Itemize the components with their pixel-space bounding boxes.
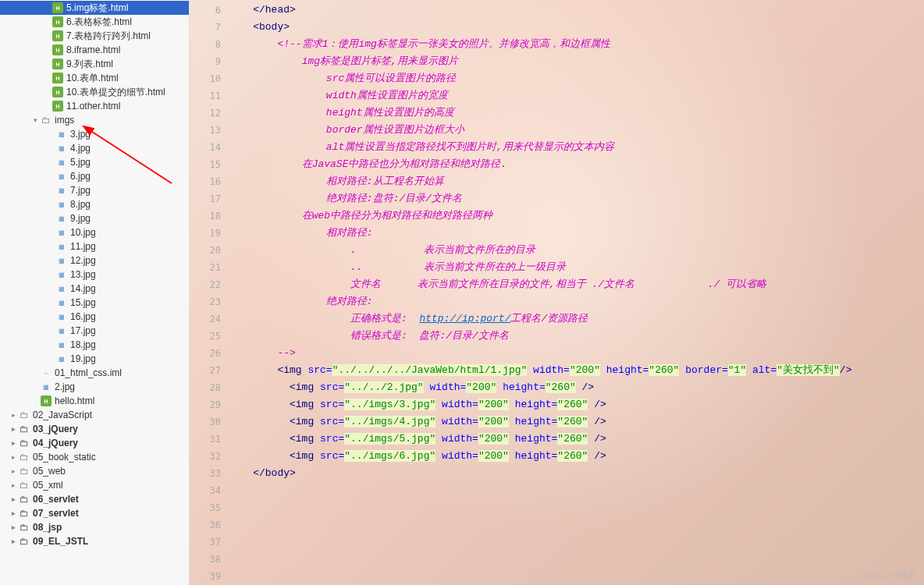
tree-file-item[interactable]: ▦7.jpg	[0, 183, 189, 197]
html-file-icon: H	[52, 2, 63, 13]
tree-file-item[interactable]: H10.表单提交的细节.html	[0, 85, 189, 99]
tree-item-label: 05_book_static	[33, 452, 96, 463]
tree-item-label: 06_servlet	[33, 494, 79, 505]
tree-folder-item[interactable]: ▸🗀05_book_static	[0, 450, 189, 464]
tree-folder-item[interactable]: ▸🗀03_jQuery	[0, 422, 189, 436]
code-line: <img src="../../2.jpg" width="200" heigh…	[229, 379, 924, 396]
tree-item-label: 10.表单提交的细节.html	[66, 86, 165, 99]
chevron-right-icon: ▸	[8, 481, 19, 489]
tree-folder-item[interactable]: ▸🗀05_xml	[0, 478, 189, 492]
code-line: 在JavaSE中路径也分为相对路径和绝对路径.	[229, 156, 924, 173]
tree-file-item[interactable]: H5.img标签.html	[0, 1, 189, 15]
tree-folder-item[interactable]: ▸🗀07_servlet	[0, 506, 189, 520]
line-number: 31	[190, 431, 221, 448]
tree-file-item[interactable]: ▦18.jpg	[0, 338, 189, 352]
code-line: <body>	[229, 19, 924, 36]
tree-file-item[interactable]: H6.表格标签.html	[0, 15, 189, 29]
tree-folder-item[interactable]: ▸🗀05_web	[0, 464, 189, 478]
tree-item-label: 11.other.html	[66, 101, 120, 112]
watermark-csdn: https://blog.csdn.net/wei	[769, 572, 862, 581]
tree-folder-item[interactable]: ▸🗀09_EL_JSTL	[0, 534, 189, 548]
tree-item-label: 6.jpg	[70, 171, 91, 182]
code-line: 绝对路径:盘符:/目录/文件名	[229, 190, 924, 207]
line-number: 16	[190, 173, 221, 190]
tree-item-label: 3.jpg	[70, 129, 91, 140]
line-number: 35	[190, 499, 221, 516]
tree-file-item[interactable]: ▫01_html_css.iml	[0, 366, 189, 380]
html-file-icon: H	[52, 101, 63, 112]
tree-folder-item[interactable]: ▸🗀04_jQuery	[0, 436, 189, 450]
chevron-down-icon: ▾	[30, 116, 41, 124]
code-line: <img src="../imgs/6.jpg" width="200" hei…	[229, 448, 924, 465]
tree-file-item[interactable]: H10.表单.html	[0, 71, 189, 85]
code-content[interactable]: </head> <body> <!--需求1：使用img标签显示一张美女的照片。…	[229, 0, 924, 585]
tree-item-label: 10.表单.html	[66, 72, 119, 85]
tree-item-label: 11.jpg	[70, 241, 96, 252]
tree-folder-item[interactable]: ▸🗀06_servlet	[0, 492, 189, 506]
tree-file-item[interactable]: H11.other.html	[0, 99, 189, 113]
tree-file-item[interactable]: ▦19.jpg	[0, 352, 189, 366]
tree-file-item[interactable]: ▦3.jpg	[0, 127, 189, 141]
tree-file-item[interactable]: ▦9.jpg	[0, 211, 189, 225]
tree-file-item[interactable]: ▦11.jpg	[0, 239, 189, 254]
image-file-icon: ▦	[56, 325, 67, 336]
tree-file-item[interactable]: ▦13.jpg	[0, 268, 189, 282]
tree-file-item[interactable]: ▦14.jpg	[0, 282, 189, 296]
code-line: </body>	[229, 465, 924, 482]
tree-item-label: 7.表格跨行跨列.html	[66, 30, 151, 43]
tree-item-label: 5.jpg	[70, 157, 91, 168]
tree-file-item[interactable]: ▦8.jpg	[0, 197, 189, 211]
tree-file-item[interactable]: H8.iframe.html	[0, 43, 189, 57]
tree-folder-item[interactable]: ▸🗀08_jsp	[0, 520, 189, 534]
code-line: 在web中路径分为相对路径和绝对路径两种	[229, 207, 924, 225]
image-file-icon: ▦	[56, 199, 67, 210]
line-number: 28	[190, 379, 221, 396]
line-number: 22	[190, 276, 221, 293]
line-number: 29	[190, 396, 221, 413]
tree-file-item[interactable]: ▦15.jpg	[0, 296, 189, 310]
tree-file-item[interactable]: ▦6.jpg	[0, 169, 189, 183]
tree-file-item[interactable]: ▦4.jpg	[0, 141, 189, 155]
tree-file-item[interactable]: H7.表格跨行跨列.html	[0, 29, 189, 43]
line-number: 39	[190, 568, 221, 585]
tree-file-item[interactable]: ▦17.jpg	[0, 324, 189, 338]
folder-icon: 🗀	[19, 452, 30, 463]
line-number: 11	[190, 87, 221, 105]
tree-file-item[interactable]: ▦2.jpg	[0, 380, 189, 394]
folder-icon: 🗀	[19, 466, 30, 477]
code-editor[interactable]: 6789101112131415161718192021222324252627…	[190, 0, 924, 585]
line-number: 27	[190, 362, 221, 379]
line-number: 24	[190, 310, 221, 328]
code-line: 文件名 表示当前文件所在目录的文件,相当于 ./文件名 ./ 可以省略	[229, 276, 924, 293]
file-tree-sidebar[interactable]: H5.img标签.htmlH6.表格标签.htmlH7.表格跨行跨列.htmlH…	[0, 0, 190, 585]
tree-file-item[interactable]: ▦10.jpg	[0, 225, 189, 239]
tree-item-label: 09_EL_JSTL	[33, 536, 88, 547]
line-number: 38	[190, 551, 221, 568]
tree-file-item[interactable]: ▦5.jpg	[0, 155, 189, 169]
tree-file-item[interactable]: ▦12.jpg	[0, 254, 189, 268]
tree-folder-item[interactable]: ▸🗀02_JavaScript	[0, 408, 189, 422]
tree-item-label: 01_html_css.iml	[55, 367, 122, 378]
image-file-icon: ▦	[56, 353, 67, 364]
code-line: src属性可以设置图片的路径	[229, 70, 924, 87]
image-file-icon: ▦	[56, 171, 67, 182]
tree-file-item[interactable]: ▦16.jpg	[0, 310, 189, 324]
watermark-51cto: @51CTO博客	[863, 569, 916, 581]
code-line: alt属性设置当指定路径找不到图片时,用来代替显示的文本内容	[229, 139, 924, 156]
image-file-icon: ▦	[56, 143, 67, 154]
image-file-icon: ▦	[56, 185, 67, 196]
html-file-icon: H	[52, 73, 63, 83]
tree-folder-imgs[interactable]: ▾🗀imgs	[0, 113, 189, 127]
line-number: 15	[190, 156, 221, 173]
tree-item-label: 07_servlet	[33, 508, 79, 519]
tree-file-item[interactable]: H9.列表.html	[0, 57, 189, 71]
tree-item-label: 15.jpg	[70, 297, 96, 308]
tree-file-item[interactable]: Hhello.html	[0, 394, 189, 408]
tree-item-label: 02_JavaScript	[33, 410, 92, 420]
tree-item-label: 9.jpg	[70, 213, 91, 224]
code-line: <img src="../imgs/3.jpg" width="200" hei…	[229, 396, 924, 413]
image-file-icon: ▦	[56, 157, 67, 168]
tree-item-label: 8.jpg	[70, 199, 91, 210]
tree-item-label: 4.jpg	[70, 143, 91, 154]
tree-item-label: imgs	[55, 115, 74, 126]
